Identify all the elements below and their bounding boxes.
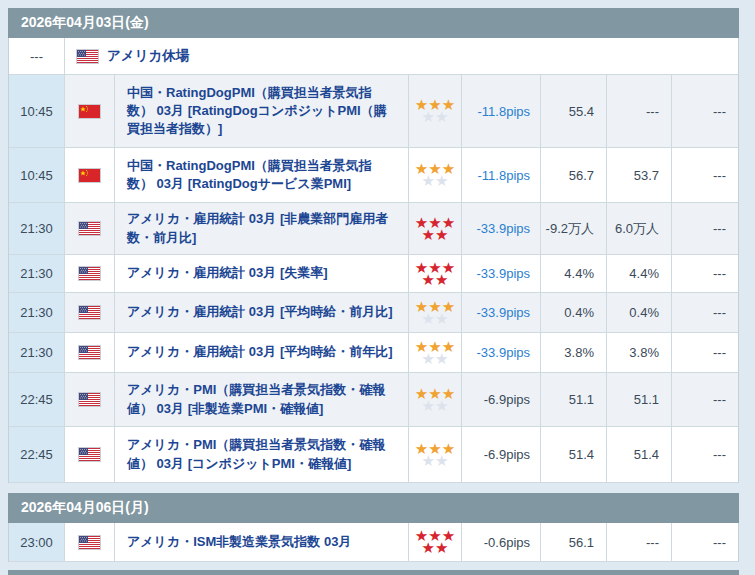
date-header: 2026年04月03日(金) xyxy=(8,8,739,38)
section-rows: 23:00 アメリカ・ISM非製造業景気指数 03月 ★★★★★ -0.6pip… xyxy=(8,523,739,562)
indicator-link[interactable]: アメリカ・雇用統計 03月 [非農業部門雇用者数・前月比] xyxy=(115,203,409,254)
importance-stars: ★★★★★ xyxy=(409,523,462,561)
usa-flag-icon xyxy=(79,448,100,461)
pips-value: -6.9pips xyxy=(462,427,541,482)
usa-flag-icon xyxy=(79,393,100,406)
previous-cell: --- xyxy=(672,203,738,254)
pips-link[interactable]: -11.8pips xyxy=(462,75,541,147)
indicator-link[interactable]: アメリカ・雇用統計 03月 [失業率] xyxy=(115,255,409,292)
date-header: 2026年04月06日(月) xyxy=(8,493,739,523)
china-flag-icon xyxy=(79,105,100,118)
usa-flag-icon xyxy=(77,50,98,63)
date-header-partial xyxy=(8,570,739,575)
forecast-cell: --- xyxy=(607,523,672,561)
forecast-cell: 51.4 xyxy=(607,427,672,482)
result-cell: -9.2万人 xyxy=(541,203,607,254)
result-cell: 56.7 xyxy=(541,148,607,202)
time-cell: 22:45 xyxy=(9,427,65,482)
flag-cell xyxy=(65,293,115,332)
importance-stars: ★★★★★ xyxy=(409,333,462,372)
pips-link[interactable]: -33.9pips xyxy=(462,203,541,254)
economic-calendar: 2026年04月03日(金) --- アメリカ休場 10:45 中国・Ratin… xyxy=(0,0,739,575)
forecast-cell: --- xyxy=(607,75,672,147)
previous-cell: --- xyxy=(672,523,738,561)
previous-cell: --- xyxy=(672,293,738,332)
flag-cell xyxy=(65,373,115,426)
result-cell: 51.1 xyxy=(541,373,607,426)
importance-stars: ★★★★★ xyxy=(409,255,462,292)
calendar-section: 2026年04月06日(月) 23:00 アメリカ・ISM非製造業景気指数 03… xyxy=(8,493,739,562)
table-row: 21:30 アメリカ・雇用統計 03月 [平均時給・前年比] ★★★★★ -33… xyxy=(9,333,738,373)
result-cell: 4.4% xyxy=(541,255,607,292)
importance-stars: ★★★★★ xyxy=(409,75,462,147)
time-cell: 21:30 xyxy=(9,293,65,332)
time-cell: 10:45 xyxy=(9,148,65,202)
pips-value: -6.9pips xyxy=(462,373,541,426)
forecast-cell: 51.1 xyxy=(607,373,672,426)
time-cell: --- xyxy=(9,38,65,74)
result-cell: 51.4 xyxy=(541,427,607,482)
forecast-cell: 0.4% xyxy=(607,293,672,332)
calendar-section xyxy=(8,570,739,575)
calendar-section: 2026年04月03日(金) --- アメリカ休場 10:45 中国・Ratin… xyxy=(8,8,739,483)
importance-stars: ★★★★★ xyxy=(409,148,462,202)
time-cell: 22:45 xyxy=(9,373,65,426)
usa-flag-icon xyxy=(79,267,100,280)
indicator-link[interactable]: アメリカ・PMI（購買担当者景気指数・確報値） 03月 [非製造業PMI・確報値… xyxy=(115,373,409,426)
section-rows: --- アメリカ休場 10:45 中国・RatingDogPMI（購買担当者景気… xyxy=(8,38,739,483)
indicator-link[interactable]: アメリカ・雇用統計 03月 [平均時給・前月比] xyxy=(115,293,409,332)
pips-link[interactable]: -33.9pips xyxy=(462,255,541,292)
indicator-link[interactable]: アメリカ・PMI（購買担当者景気指数・確報値） 03月 [コンポジットPMI・確… xyxy=(115,427,409,482)
forecast-cell: 3.8% xyxy=(607,333,672,372)
usa-flag-icon xyxy=(79,222,100,235)
usa-flag-icon xyxy=(79,306,100,319)
previous-cell: --- xyxy=(672,75,738,147)
result-cell: 55.4 xyxy=(541,75,607,147)
flag-cell xyxy=(65,523,115,561)
flag-cell xyxy=(65,75,115,147)
forecast-cell: 6.0万人 xyxy=(607,203,672,254)
previous-cell: --- xyxy=(672,148,738,202)
table-row: 23:00 アメリカ・ISM非製造業景気指数 03月 ★★★★★ -0.6pip… xyxy=(9,523,738,562)
result-cell: 0.4% xyxy=(541,293,607,332)
importance-stars: ★★★★★ xyxy=(409,203,462,254)
flag-cell xyxy=(65,255,115,292)
result-cell: 3.8% xyxy=(541,333,607,372)
pips-link[interactable]: -33.9pips xyxy=(462,333,541,372)
table-row: 21:30 アメリカ・雇用統計 03月 [非農業部門雇用者数・前月比] ★★★★… xyxy=(9,203,738,255)
previous-cell: --- xyxy=(672,333,738,372)
time-cell: 21:30 xyxy=(9,333,65,372)
indicator-link[interactable]: アメリカ・ISM非製造業景気指数 03月 xyxy=(115,523,409,561)
holiday-cell: アメリカ休場 xyxy=(65,38,738,74)
importance-stars: ★★★★★ xyxy=(409,293,462,332)
indicator-link[interactable]: 中国・RatingDogPMI（購買担当者景気指数） 03月 [RatingDo… xyxy=(115,148,409,202)
table-row: 21:30 アメリカ・雇用統計 03月 [平均時給・前月比] ★★★★★ -33… xyxy=(9,293,738,333)
importance-stars: ★★★★★ xyxy=(409,373,462,426)
table-row: 10:45 中国・RatingDogPMI（購買担当者景気指数） 03月 [Ra… xyxy=(9,148,738,203)
date-header-label: 2026年04月06日(月) xyxy=(21,499,149,517)
indicator-link[interactable]: アメリカ・雇用統計 03月 [平均時給・前年比] xyxy=(115,333,409,372)
pips-link[interactable]: -11.8pips xyxy=(462,148,541,202)
table-row: 10:45 中国・RatingDogPMI（購買担当者景気指数） 03月 [Ra… xyxy=(9,75,738,148)
flag-cell xyxy=(65,203,115,254)
time-cell: 21:30 xyxy=(9,255,65,292)
table-row: 22:45 アメリカ・PMI（購買担当者景気指数・確報値） 03月 [コンポジッ… xyxy=(9,427,738,483)
forecast-cell: 53.7 xyxy=(607,148,672,202)
table-row: 21:30 アメリカ・雇用統計 03月 [失業率] ★★★★★ -33.9pip… xyxy=(9,255,738,293)
date-header-label: 2026年04月03日(金) xyxy=(21,14,149,32)
holiday-label: アメリカ休場 xyxy=(107,47,189,65)
pips-value: -0.6pips xyxy=(462,523,541,561)
usa-flag-icon xyxy=(79,346,100,359)
flag-cell xyxy=(65,333,115,372)
previous-cell: --- xyxy=(672,373,738,426)
forecast-cell: 4.4% xyxy=(607,255,672,292)
time-cell: 23:00 xyxy=(9,523,65,561)
pips-link[interactable]: -33.9pips xyxy=(462,293,541,332)
china-flag-icon xyxy=(79,169,100,182)
time-cell: 21:30 xyxy=(9,203,65,254)
indicator-link[interactable]: 中国・RatingDogPMI（購買担当者景気指数） 03月 [RatingDo… xyxy=(115,75,409,147)
time-cell: 10:45 xyxy=(9,75,65,147)
result-cell: 56.1 xyxy=(541,523,607,561)
table-row-holiday: --- アメリカ休場 xyxy=(9,38,738,75)
previous-cell: --- xyxy=(672,427,738,482)
